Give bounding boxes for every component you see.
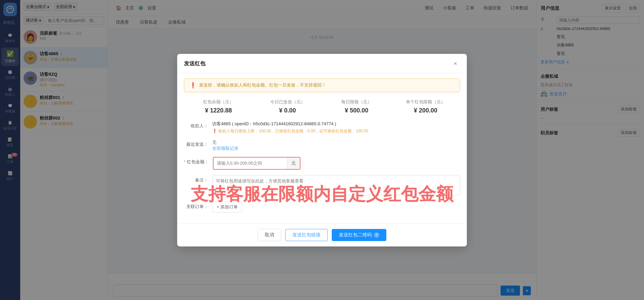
all-records-link[interactable]: 全部领取记录 <box>212 145 460 152</box>
modal-overlay[interactable]: 发送红包 × ❗ 发送前，请确认收款人和红包金额。红包一旦发放，不支持退回！ 红… <box>0 0 644 300</box>
modal-header: 发送红包 × <box>177 54 467 73</box>
send-qr-btn[interactable]: 发送红包二维码 ? <box>332 229 386 241</box>
stat-single-limit: 单个红包限额（元） ¥ 200.00 <box>391 99 460 114</box>
modal-footer: 取消 发送红包链接 发送红包二维码 ? <box>177 223 467 246</box>
add-order-btn[interactable]: + 添加订单 <box>212 202 242 212</box>
cancel-btn[interactable]: 取消 <box>258 229 281 241</box>
warning-icon: ❗ <box>190 82 196 89</box>
modal-body: ❗ 发送前，请确认收款人和红包金额。红包一旦发放，不支持退回！ 红包余额（元） … <box>177 73 467 223</box>
recent-row: 最近发送： 无 全部领取记录 <box>184 139 460 152</box>
order-row: 关联订单： + 添加订单 <box>184 202 460 212</box>
qr-hint-icon: ? <box>374 232 379 238</box>
modal-title: 发送红包 <box>184 60 205 67</box>
send-link-btn[interactable]: 发送红包链接 <box>285 229 328 241</box>
stats-row: 红包余额（元） ¥ 1220.88 今日已发放（元） ¥ 0.00 每日限额（元… <box>184 99 460 114</box>
amount-input[interactable] <box>214 158 287 168</box>
amount-row: 红包金额： 元 <box>184 157 460 170</box>
amount-unit: 元 <box>287 158 300 169</box>
stat-sent-today: 今日已发放（元） ¥ 0.00 <box>253 99 322 114</box>
stat-balance: 红包余额（元） ¥ 1220.88 <box>184 99 253 114</box>
send-hongbao-modal: 发送红包 × ❗ 发送前，请确认收款人和红包金额。红包一旦发放，不支持退回！ 红… <box>177 54 467 246</box>
modal-close-btn[interactable]: × <box>451 59 460 69</box>
receiver-row: 收款人： 访客4865 ( openID：h5c0d3c-17144416029… <box>184 121 460 134</box>
stat-daily-limit: 每日限额（元） ¥ 500.00 <box>322 99 391 114</box>
receiver-limit: ❗ 收款人每日接收上限：100.00，已接收红包金额：0.00，还可接收红包金额… <box>212 128 460 134</box>
warning-small-icon: ❗ <box>212 129 217 133</box>
remark-input[interactable] <box>212 175 460 195</box>
remark-row: 备注： <box>184 175 460 196</box>
warning-notice: ❗ 发送前，请确认收款人和红包金额。红包一旦发放，不支持退回！ <box>184 78 460 92</box>
amount-input-group: 元 <box>213 157 300 170</box>
